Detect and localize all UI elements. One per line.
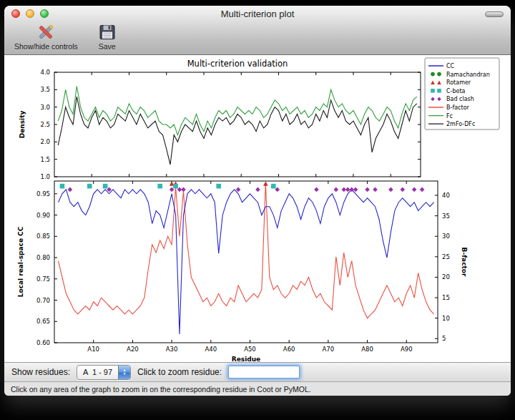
svg-text:1.0: 1.0 bbox=[40, 173, 50, 180]
svg-text:0.65: 0.65 bbox=[36, 318, 50, 325]
show-hide-controls-button[interactable]: Show/hide controls bbox=[11, 22, 81, 52]
svg-text:A40: A40 bbox=[205, 346, 217, 353]
toolbar-button-label: Show/hide controls bbox=[14, 42, 78, 51]
svg-text:A90: A90 bbox=[401, 346, 413, 353]
close-button[interactable] bbox=[11, 9, 20, 18]
svg-text:35: 35 bbox=[442, 213, 450, 220]
tools-icon bbox=[36, 23, 55, 41]
save-icon bbox=[98, 23, 117, 41]
figure-svg: Multi-criterion validation1.01.52.02.53.… bbox=[13, 55, 502, 363]
toolbar-toggle-button[interactable] bbox=[485, 11, 504, 17]
svg-text:A60: A60 bbox=[283, 346, 295, 353]
svg-text:3.0: 3.0 bbox=[40, 104, 50, 111]
svg-text:0.75: 0.75 bbox=[36, 275, 50, 283]
svg-text:A30: A30 bbox=[166, 346, 178, 353]
svg-text:15: 15 bbox=[442, 294, 450, 301]
svg-text:0.60: 0.60 bbox=[36, 339, 50, 346]
zoom-residue-input[interactable] bbox=[228, 366, 300, 379]
svg-text:0.85: 0.85 bbox=[36, 233, 50, 240]
svg-text:0.70: 0.70 bbox=[36, 297, 50, 304]
legend-label: B-factor bbox=[446, 104, 470, 111]
svg-text:A20: A20 bbox=[127, 346, 139, 353]
window-chrome: Multi-criterion plot Show/hide controls bbox=[4, 6, 511, 55]
svg-text:0.80: 0.80 bbox=[36, 254, 50, 261]
zoom-button[interactable] bbox=[40, 9, 49, 18]
traffic-lights bbox=[11, 9, 49, 18]
toolbar-button-label: Save bbox=[99, 42, 116, 51]
status-text: Click on any area of the graph to zoom i… bbox=[11, 385, 311, 394]
residue-range-select[interactable]: A 1 - 97 ▲▼ bbox=[77, 365, 131, 380]
minimize-button[interactable] bbox=[26, 9, 34, 18]
svg-text:Density: Density bbox=[19, 111, 26, 139]
svg-text:4.0: 4.0 bbox=[40, 69, 50, 76]
svg-text:Residue: Residue bbox=[232, 356, 260, 363]
app-window: Multi-criterion plot Show/hide controls bbox=[4, 6, 511, 396]
svg-text:25: 25 bbox=[442, 253, 450, 260]
svg-text:2.5: 2.5 bbox=[40, 121, 50, 128]
legend-label: Bad clash bbox=[446, 96, 474, 102]
titlebar[interactable]: Multi-criterion plot bbox=[4, 6, 511, 21]
chart-title: Multi-criterion validation bbox=[187, 59, 288, 69]
svg-text:40: 40 bbox=[442, 192, 450, 199]
show-residues-label: Show residues: bbox=[11, 367, 70, 377]
stepper-icon: ▲▼ bbox=[118, 366, 130, 379]
toolbar: Show/hide controls Save bbox=[4, 21, 511, 54]
svg-text:10: 10 bbox=[442, 315, 450, 322]
svg-text:A50: A50 bbox=[244, 346, 256, 353]
svg-text:Local real-space CC: Local real-space CC bbox=[17, 226, 24, 297]
top-plot-frame bbox=[54, 72, 421, 177]
save-button[interactable]: Save bbox=[95, 22, 119, 52]
svg-text:2.0: 2.0 bbox=[40, 138, 50, 145]
svg-text:A80: A80 bbox=[361, 346, 373, 353]
svg-text:A10: A10 bbox=[87, 346, 99, 353]
svg-text:1.5: 1.5 bbox=[40, 156, 50, 163]
svg-text:0.90: 0.90 bbox=[36, 212, 50, 219]
controls-bar: Show residues: A 1 - 97 ▲▼ Click to zoom… bbox=[4, 362, 511, 381]
svg-text:0.95: 0.95 bbox=[36, 190, 50, 197]
svg-text:A70: A70 bbox=[323, 346, 335, 353]
svg-text:B-factor: B-factor bbox=[461, 248, 468, 277]
svg-text:3.5: 3.5 bbox=[40, 86, 50, 93]
legend-label: 2mFo-DFc bbox=[446, 121, 475, 127]
plot-area[interactable]: Multi-criterion validation1.01.52.02.53.… bbox=[4, 55, 511, 362]
legend-label: Fc bbox=[446, 113, 453, 119]
status-bar: Click on any area of the graph to zoom i… bbox=[4, 381, 511, 396]
zoom-residue-label: Click to zoom residue: bbox=[137, 367, 222, 377]
svg-text:20: 20 bbox=[442, 273, 450, 280]
legend-label: C-beta bbox=[446, 88, 466, 94]
residue-range-value: A 1 - 97 bbox=[77, 368, 118, 376]
legend-label: Rotamer bbox=[446, 79, 471, 86]
window-title: Multi-criterion plot bbox=[221, 9, 295, 19]
svg-text:30: 30 bbox=[442, 233, 450, 240]
legend-label: Ramachandran bbox=[446, 72, 490, 78]
bottom-plot-frame bbox=[54, 181, 438, 343]
svg-text:5: 5 bbox=[442, 335, 446, 342]
legend-label: CC bbox=[446, 63, 455, 69]
